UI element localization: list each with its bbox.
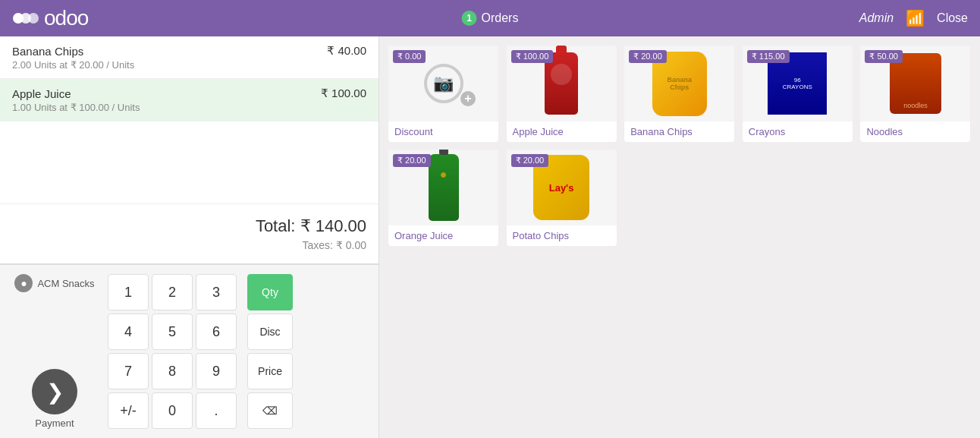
numpad-key-2[interactable]: 2 xyxy=(152,274,193,310)
product-name: Crayons xyxy=(743,121,853,142)
action-btn-[interactable]: ⌫ xyxy=(247,392,293,429)
taxes-line: Taxes: ₹ 0.00 xyxy=(12,239,366,251)
close-button[interactable]: Close xyxy=(937,11,968,25)
header: odoo 1 Orders Admin 📶 Close xyxy=(0,0,980,36)
numpad-key-8[interactable]: 8 xyxy=(152,353,193,389)
product-name: Potato Chips xyxy=(507,225,617,246)
order-item[interactable]: Apple Juice ₹ 100.00 1.00 Units at ₹ 100… xyxy=(0,79,378,121)
numpad-key-4[interactable]: 4 xyxy=(108,314,149,350)
numpad-key-0[interactable]: 0 xyxy=(152,392,193,429)
total-section: Total: ₹ 140.00 Taxes: ₹ 0.00 xyxy=(0,203,378,263)
header-right: Admin 📶 Close xyxy=(859,9,968,27)
orders-label: Orders xyxy=(482,11,519,25)
total-line: Total: ₹ 140.00 xyxy=(12,216,366,236)
order-item-price: ₹ 40.00 xyxy=(327,44,366,58)
orders-badge: 1 xyxy=(462,11,477,26)
products-grid: 📷 + ₹ 0.00 Discount ₹ 100.00 xyxy=(388,46,971,246)
odoo-logo-icon xyxy=(12,5,39,32)
product-name: Discount xyxy=(388,121,498,142)
product-card[interactable]: noodles ₹ 50.00 Noodles xyxy=(860,46,970,142)
logo: odoo xyxy=(12,5,88,32)
product-price-badge: ₹ 20.00 xyxy=(629,50,667,63)
action-btn-disc[interactable]: Disc xyxy=(247,314,293,350)
action-buttons: QtyDiscPrice⌫ xyxy=(247,274,293,429)
customer-area: ● ACM Snacks ❯ Payment xyxy=(9,274,100,429)
product-card[interactable]: 📷 + ₹ 0.00 Discount xyxy=(388,46,498,142)
numpad-key-9[interactable]: 9 xyxy=(196,353,237,389)
product-card[interactable]: Lay's ₹ 20.00 Potato Chips xyxy=(507,150,617,246)
product-card[interactable]: ₹ 100.00 Apple Juice xyxy=(507,46,617,142)
numpad-key-7[interactable]: 7 xyxy=(108,353,149,389)
customer-icon: ● xyxy=(14,274,33,292)
product-name: Apple Juice xyxy=(507,121,617,142)
product-price-badge: ₹ 115.00 xyxy=(747,50,790,63)
main-layout: Banana Chips ₹ 40.00 2.00 Units at ₹ 20.… xyxy=(0,36,980,438)
logo-text: odoo xyxy=(44,6,88,30)
wifi-icon: 📶 xyxy=(906,9,925,27)
product-name: Banana Chips xyxy=(624,121,734,142)
order-item-detail: 1.00 Units at ₹ 100.00 / Units xyxy=(12,102,366,113)
payment-label: Payment xyxy=(35,418,74,429)
product-price-badge: ₹ 20.00 xyxy=(511,154,549,167)
numpad-key-1[interactable]: 1 xyxy=(108,274,149,310)
product-name: Noodles xyxy=(860,121,970,142)
product-price-badge: ₹ 0.00 xyxy=(393,50,426,63)
action-btn-price[interactable]: Price xyxy=(247,353,293,389)
taxes-value: ₹ 0.00 xyxy=(336,239,366,251)
taxes-label: Taxes: xyxy=(303,239,333,251)
numpad-key-3[interactable]: 3 xyxy=(196,274,237,310)
product-card[interactable]: 96CRAYONS ₹ 115.00 Crayons xyxy=(743,46,853,142)
payment-button[interactable]: ❯ xyxy=(32,369,77,414)
product-name: Orange Juice xyxy=(388,225,498,246)
numpad-key-5[interactable]: 5 xyxy=(152,314,193,350)
customer-button[interactable]: ● ACM Snacks xyxy=(14,274,94,292)
customer-name: ACM Snacks xyxy=(37,278,94,289)
product-card[interactable]: ● ₹ 20.00 Orange Juice xyxy=(388,150,498,246)
order-item-name: Banana Chips xyxy=(12,45,83,58)
action-btn-qty[interactable]: Qty xyxy=(247,274,293,310)
product-card[interactable]: BananaChips ₹ 20.00 Banana Chips xyxy=(624,46,734,142)
order-item-name: Apple Juice xyxy=(12,87,71,100)
total-label: Total: xyxy=(256,216,296,235)
orders-button[interactable]: 1 Orders xyxy=(462,11,519,26)
order-item[interactable]: Banana Chips ₹ 40.00 2.00 Units at ₹ 20.… xyxy=(0,36,378,79)
order-item-price: ₹ 100.00 xyxy=(321,87,366,100)
total-value: ₹ 140.00 xyxy=(300,216,366,235)
numpad-section: ● ACM Snacks ❯ Payment 123456789+/-0. Qt… xyxy=(0,263,378,438)
product-price-badge: ₹ 100.00 xyxy=(511,50,554,63)
left-panel: Banana Chips ₹ 40.00 2.00 Units at ₹ 20.… xyxy=(0,36,379,438)
product-price-badge: ₹ 20.00 xyxy=(393,154,431,167)
right-panel: 📷 + ₹ 0.00 Discount ₹ 100.00 xyxy=(379,36,980,438)
numpad-key-[interactable]: +/- xyxy=(108,392,149,429)
numpad-key-6[interactable]: 6 xyxy=(196,314,237,350)
admin-label: Admin xyxy=(859,11,894,25)
product-price-badge: ₹ 50.00 xyxy=(865,50,903,63)
order-item-detail: 2.00 Units at ₹ 20.00 / Units xyxy=(12,59,366,71)
numpad-grid: 123456789+/-0. xyxy=(108,274,237,429)
order-list: Banana Chips ₹ 40.00 2.00 Units at ₹ 20.… xyxy=(0,36,378,203)
svg-point-2 xyxy=(28,13,39,24)
numpad-key-[interactable]: . xyxy=(196,392,237,429)
